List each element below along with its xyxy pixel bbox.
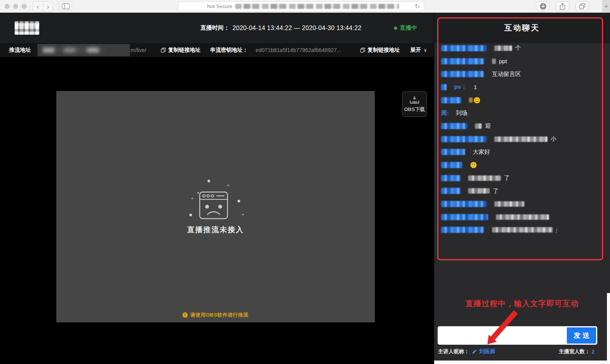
expand-button[interactable]: 展开 ∨ — [410, 47, 427, 54]
chat-message: 迎 — [434, 120, 610, 133]
host-label: 主讲人昵称： — [438, 348, 469, 355]
emoji-grin-icon — [470, 162, 477, 169]
redacted-message-text — [494, 201, 524, 207]
security-label: Not Secure — [207, 3, 232, 9]
forward-icon: › — [47, 3, 49, 10]
window-edge-bottom — [434, 361, 610, 364]
chat-title: 互动聊天 — [504, 23, 540, 33]
redacted-message-text — [469, 98, 473, 103]
live-dot-icon — [394, 27, 397, 30]
back-button[interactable]: ‹ — [33, 2, 43, 11]
sidebar-toggle-button[interactable] — [59, 1, 72, 11]
stream-key-label: 串流密钥地址： — [210, 47, 248, 54]
chat-input[interactable] — [439, 327, 567, 344]
expand-label: 展开 — [410, 47, 421, 54]
copy-icon — [161, 47, 166, 53]
copy-stream-key-button[interactable]: 复制链接地址 — [360, 47, 400, 54]
chat-message: 大家好 — [434, 146, 610, 159]
obs-download-button[interactable]: OBS OBS下载 — [402, 91, 427, 117]
chat-message-text: 小 — [551, 135, 556, 143]
chat-tip-text: 直播过程中，输入文字即可互动 — [434, 298, 610, 309]
downloads-button[interactable] — [536, 1, 550, 11]
no-stream-icon — [199, 191, 228, 219]
obs-download-icon: OBS — [409, 95, 420, 105]
live-status: 直播中 — [394, 13, 417, 43]
redacted-message-text — [494, 46, 512, 51]
redacted-user-name — [441, 188, 460, 194]
live-time-group: 直播时间： 2020-04-14 13:44:22 — 2020-04-30 1… — [201, 13, 361, 43]
chat-message-text: 了 — [504, 174, 510, 182]
reload-icon[interactable]: ↻ — [415, 3, 420, 10]
redacted-user-name — [441, 149, 465, 155]
site-logo-redacted — [15, 21, 39, 35]
chat-message: 了 — [434, 172, 610, 185]
warning-icon — [182, 312, 188, 318]
chat-message-text: ppt — [499, 58, 507, 64]
nav-buttons: ‹ › — [32, 1, 53, 12]
chat-message: j — [434, 224, 610, 237]
sparkle-plus-icon: + — [191, 196, 194, 201]
chat-message — [434, 158, 610, 172]
stream-key-value: ed071b81a5f14b77962af6648927... — [256, 47, 341, 53]
close-window-icon[interactable] — [5, 4, 10, 9]
chat-message-text: 1 — [474, 84, 477, 90]
redacted-user-name — [441, 201, 487, 207]
redacted-message-text — [494, 136, 548, 142]
chat-message: 了 — [434, 185, 610, 198]
copy-push-url-button[interactable]: 复制链接地址 — [161, 47, 201, 54]
chat-message-text: 了 — [493, 187, 499, 195]
room-count-label: 主播室人数： — [559, 348, 590, 355]
sparkle-dot-icon — [189, 214, 192, 216]
redacted-user-name — [441, 214, 488, 220]
chat-message-text: 大家好 — [473, 148, 490, 156]
minimize-window-icon[interactable] — [13, 4, 18, 9]
tabs-icon — [579, 3, 586, 10]
host-group: 主讲人昵称： 刘医师 — [438, 348, 495, 355]
redacted-message-text — [492, 59, 496, 64]
chat-message: 个 — [434, 42, 610, 55]
chat-message-list: 个ppt互动留言区ps：1周:到场迎小大家好了了j — [434, 42, 610, 236]
redacted-push-url — [37, 44, 130, 56]
live-stream-console: ‹ › Not Secure ↻ + 直播时间： 2020-04-14 13:4… — [0, 0, 610, 364]
share-button[interactable] — [556, 1, 570, 11]
address-bar[interactable]: Not Secure ↻ — [178, 2, 424, 11]
edit-pencil-icon[interactable] — [472, 349, 477, 354]
chat-message — [434, 197, 610, 211]
room-count-value: 2 — [591, 349, 595, 355]
copy-push-url-label: 复制链接地址 — [168, 47, 201, 54]
tab-overview-button[interactable] — [575, 1, 589, 11]
forward-button[interactable]: › — [43, 2, 53, 11]
obs-download-label: OBS下载 — [404, 106, 425, 113]
stream-toolbar: 推流地址 m/live/ 复制链接地址 串流密钥地址： ed071b81a5f1… — [0, 43, 434, 57]
chat-panel: 互动聊天 个ppt互动留言区ps：1周:到场迎小大家好了了j 直播过程中，输入文… — [434, 13, 610, 364]
browser-chrome: ‹ › Not Secure ↻ + — [0, 0, 610, 13]
chat-message-text: 互动留言区 — [492, 71, 521, 78]
plus-icon: + — [604, 3, 608, 10]
chat-message — [434, 94, 610, 107]
chat-header: 互动聊天 — [434, 13, 610, 43]
new-tab-button[interactable]: + — [602, 0, 610, 13]
sparkle-plus-icon: + — [227, 183, 230, 188]
chat-input-group: 发 送 — [438, 326, 597, 345]
live-time-label: 直播时间： — [201, 24, 229, 32]
push-url-label: 推流地址 — [9, 47, 31, 54]
obs-notice-text: 请使用OBS软件进行推流 — [190, 312, 248, 318]
chat-user-name: ps： — [454, 83, 467, 91]
chat-message: ppt — [434, 55, 610, 68]
host-name[interactable]: 刘医师 — [479, 348, 495, 355]
share-icon — [559, 2, 566, 10]
redacted-user-name — [441, 136, 487, 142]
live-status-label: 直播中 — [400, 24, 417, 32]
redacted-url — [235, 4, 399, 9]
redacted-message-text — [475, 123, 482, 129]
redacted-user-name — [441, 97, 461, 103]
window-controls — [5, 4, 27, 9]
redacted-user-name — [441, 162, 462, 168]
send-button[interactable]: 发 送 — [567, 327, 596, 344]
emoji-smile-icon — [474, 97, 480, 104]
copy-icon — [360, 47, 365, 53]
zoom-window-icon[interactable] — [22, 4, 27, 9]
back-icon: ‹ — [37, 3, 39, 10]
chat-message: ps：1 — [434, 81, 610, 94]
chat-message: 小 — [434, 133, 610, 146]
